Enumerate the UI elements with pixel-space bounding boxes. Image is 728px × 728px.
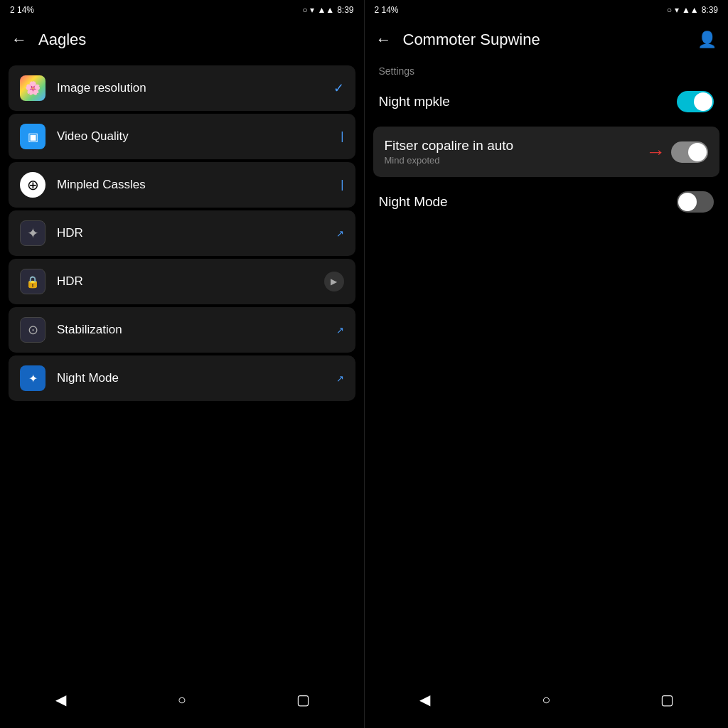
user-profile-icon[interactable]: 👤	[697, 31, 717, 49]
left-status-battery: 2 14%	[10, 5, 34, 15]
list-item-image-resolution[interactable]: 🌸 Image resolution ✓	[9, 65, 355, 111]
left-panel: 2 14% ○ ▾ ▲▲ 8:39 ← Aagles 🌸 Image resol…	[0, 0, 364, 728]
list-item-label: HDR	[57, 226, 325, 240]
toggle-knob	[688, 143, 707, 161]
right-back-nav-button[interactable]: ◀	[411, 685, 439, 714]
settings-item-fitser-copalire[interactable]: Fitser copalire in auto Mind expoted →	[373, 127, 720, 177]
night-mode-label: Night Mode	[379, 194, 678, 210]
right-status-bar: 2 14% ○ ▾ ▲▲ 8:39	[365, 0, 729, 20]
night-mpkle-toggle[interactable]	[677, 91, 714, 112]
left-list: 🌸 Image resolution ✓ ▣ Video Quality | ⊕…	[0, 60, 364, 407]
home-nav-button[interactable]: ○	[168, 685, 196, 714]
right-signal-bars-icon: ▲▲	[682, 5, 699, 15]
toggle-knob	[694, 92, 712, 111]
left-status-bar: 2 14% ○ ▾ ▲▲ 8:39	[0, 0, 364, 20]
left-wifi-icon: ▾	[310, 5, 314, 15]
check-icon: ✓	[333, 80, 344, 96]
right-recent-nav-button[interactable]: ▢	[653, 685, 682, 714]
list-item-hdr-2[interactable]: 🔒 HDR ▶	[9, 259, 355, 304]
chevron-icon: ↗	[336, 228, 344, 239]
right-time: 8:39	[702, 5, 718, 15]
settings-item-night-mpkle[interactable]: Night mpkle	[365, 80, 729, 124]
list-item-label: Night Mode	[57, 371, 325, 385]
hdr1-icon: ✦	[20, 220, 46, 246]
left-status-right: ○ ▾ ▲▲ 8:39	[302, 5, 353, 15]
right-wifi-icon: ▾	[675, 5, 679, 15]
left-screen-title: Aagles	[38, 31, 353, 49]
chevron-icon: |	[341, 178, 343, 191]
left-time: 8:39	[337, 5, 353, 15]
night-mode-toggle[interactable]	[677, 191, 714, 213]
list-item-label: Minpled Cassles	[57, 178, 329, 192]
fitser-copalire-label: Fitser copalire in auto	[385, 138, 646, 154]
fitser-copalire-toggle[interactable]	[671, 141, 708, 163]
circle-chevron-icon: ▶	[324, 272, 344, 291]
right-screen-title: Commoter Supwine	[403, 31, 687, 49]
chevron-icon: ↗	[336, 325, 344, 336]
toggle-knob	[678, 193, 697, 211]
image-resolution-icon: 🌸	[20, 75, 46, 101]
list-item-minpled-cassles[interactable]: ⊕ Minpled Cassles |	[9, 162, 355, 208]
right-status-right: ○ ▾ ▲▲ 8:39	[667, 5, 718, 15]
list-item-label: Image resolution	[57, 81, 322, 95]
list-item-label: HDR	[57, 274, 313, 289]
left-signal-icon: ○	[302, 5, 307, 15]
red-arrow-icon: →	[646, 141, 665, 164]
right-bottom-nav: ◀ ○ ▢	[365, 677, 729, 728]
left-toolbar: ← Aagles	[0, 20, 364, 60]
left-back-button[interactable]: ←	[11, 31, 27, 49]
settings-item-night-mode[interactable]: Night Mode	[365, 180, 729, 224]
stabilization-icon: ⊙	[20, 317, 46, 343]
recent-nav-button[interactable]: ▢	[289, 685, 317, 714]
settings-section-label: Settings	[365, 60, 729, 80]
back-nav-button[interactable]: ◀	[46, 685, 75, 714]
list-item-hdr-1[interactable]: ✦ HDR ↗	[9, 210, 355, 256]
chevron-icon: ↗	[336, 373, 344, 384]
list-item-night-mode[interactable]: ✦ Night Mode ↗	[9, 355, 355, 401]
list-item-video-quality[interactable]: ▣ Video Quality |	[9, 114, 355, 159]
night-mode-icon: ✦	[20, 365, 46, 391]
left-signal-bars-icon: ▲▲	[317, 5, 334, 15]
right-panel: 2 14% ○ ▾ ▲▲ 8:39 ← Commoter Supwine 👤 S…	[365, 0, 729, 728]
right-toolbar: ← Commoter Supwine 👤	[365, 20, 729, 60]
fitser-copalire-subtitle: Mind expoted	[385, 155, 646, 166]
hdr2-icon: 🔒	[20, 269, 46, 294]
video-quality-icon: ▣	[20, 124, 46, 149]
right-status-battery: 2 14%	[375, 5, 399, 15]
list-item-label: Stabilization	[57, 323, 325, 337]
night-mpkle-label: Night mpkle	[379, 94, 678, 109]
list-item-label: Video Quality	[57, 129, 329, 144]
right-back-button[interactable]: ←	[376, 31, 392, 49]
left-bottom-nav: ◀ ○ ▢	[0, 677, 364, 728]
minpled-cassles-icon: ⊕	[20, 172, 46, 198]
right-home-nav-button[interactable]: ○	[532, 685, 560, 714]
chevron-icon: |	[341, 130, 343, 143]
list-item-stabilization[interactable]: ⊙ Stabilization ↗	[9, 307, 355, 353]
right-signal-icon: ○	[667, 5, 672, 15]
